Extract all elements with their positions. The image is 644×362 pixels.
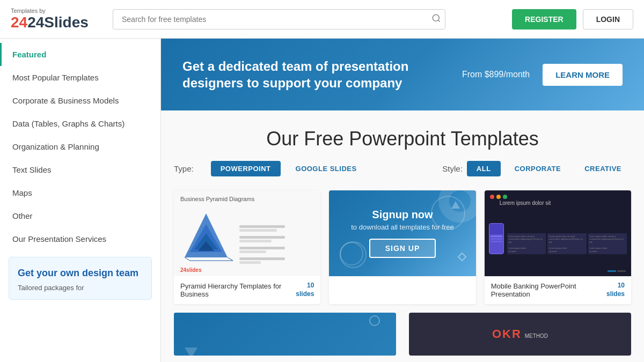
filters-bar: Type: POWERPOINT GOOGLE SLIDES Style: AL…	[161, 161, 644, 186]
sidebar-item-maps[interactable]: Maps	[0, 181, 160, 204]
deco-diamond	[457, 253, 466, 262]
card-title-mobile: Mobile Banking PowerPoint Presentation	[491, 282, 606, 298]
card-title-pyramid: Pyramid Hierarchy Templates for Business	[180, 282, 296, 298]
filter-corporate[interactable]: CORPORATE	[505, 161, 571, 176]
mobile-phones: Lorem ipsum dolor sit amet consectetur a…	[489, 223, 627, 254]
bottom-row: OKR METHOD	[161, 308, 644, 360]
type-filter-group: POWERPOINT GOOGLE SLIDES	[211, 161, 367, 176]
filter-powerpoint[interactable]: POWERPOINT	[211, 161, 281, 176]
sidebar-item-other[interactable]: Other	[0, 204, 160, 227]
search-container	[113, 9, 445, 29]
sidebar-promo: Get your own design team Tailored packag…	[9, 257, 152, 300]
logo-number: 24	[11, 14, 27, 31]
filter-creative[interactable]: CREATIVE	[575, 161, 631, 176]
dot-3	[503, 195, 507, 199]
card-image-pyramid: Business Pyramid Diagrams	[174, 190, 320, 276]
phone-1	[489, 223, 504, 254]
logo-top-text: Templates by	[11, 8, 91, 14]
okr-container: OKR METHOD	[492, 327, 548, 341]
promo-sub: Tailored packages for	[18, 284, 143, 292]
sidebar-link-services[interactable]: Our Presentation Services	[0, 227, 160, 250]
sidebar-item-services[interactable]: Our Presentation Services	[0, 227, 160, 250]
pyramid-card-label: Business Pyramid Diagrams	[180, 196, 254, 202]
window-dots	[490, 195, 507, 199]
type-label: Type:	[174, 164, 194, 173]
card-slides-pyramid: 10 slides	[296, 282, 314, 298]
style-filter-group: Style: ALL CORPORATE CREATIVE	[442, 161, 631, 176]
deco-circle-2	[340, 241, 367, 268]
banner-heading: Get a dedicated team of presentation des…	[182, 58, 440, 91]
search-input[interactable]	[113, 9, 445, 29]
style-label: Style:	[442, 164, 463, 173]
sidebar-link-featured[interactable]: Featured	[0, 43, 160, 66]
sidebar-link-popular[interactable]: Most Popular Templates	[0, 66, 160, 89]
filter-all[interactable]: ALL	[467, 161, 501, 176]
card-signup[interactable]: Signup now to download all templates for…	[329, 190, 475, 304]
sidebar-item-popular[interactable]: Most Popular Templates	[0, 66, 160, 89]
banner-price: From $899/month	[462, 70, 530, 79]
logo-text: 24Slides	[27, 14, 89, 31]
pyramid-visual	[179, 209, 315, 268]
signup-button[interactable]: SIGN UP	[369, 239, 436, 258]
okr-text: OKR	[492, 327, 522, 341]
card-slides-mobile: 10 slides	[606, 282, 625, 298]
card-footer-signup	[329, 276, 475, 287]
search-button[interactable]	[431, 13, 441, 25]
logo: Templates by 24 24Slides	[11, 8, 91, 31]
signup-title: Signup now	[372, 209, 433, 221]
bottom-card-blue	[174, 313, 396, 356]
card-footer-pyramid: Pyramid Hierarchy Templates for Business…	[174, 276, 320, 304]
phone-group-1	[489, 223, 504, 254]
login-button[interactable]: LOGIN	[583, 9, 633, 29]
logo-main: 24 24Slides	[11, 14, 91, 31]
sidebar-nav: Featured Most Popular Templates Corporat…	[0, 43, 160, 250]
cards-grid: Business Pyramid Diagrams	[161, 186, 644, 308]
sidebar-item-corporate[interactable]: Corporate & Business Models	[0, 89, 160, 112]
sidebar-link-data[interactable]: Data (Tables, Graphs & Charts)	[0, 112, 160, 135]
card-image-signup: Signup now to download all templates for…	[329, 190, 475, 276]
slide-indicators	[608, 270, 626, 272]
sidebar-link-corporate[interactable]: Corporate & Business Models	[0, 89, 160, 112]
sidebar-link-maps[interactable]: Maps	[0, 181, 160, 204]
lorem-block-1: Lorem ipsum dolor sit amet consectetur a…	[507, 233, 546, 255]
blue-card-triangle	[185, 348, 197, 356]
svg-line-6	[185, 257, 190, 261]
sidebar-link-org[interactable]: Organization & Planning	[0, 135, 160, 158]
card-pyramid[interactable]: Business Pyramid Diagrams	[174, 190, 320, 304]
sidebar-link-text[interactable]: Text Slides	[0, 158, 160, 181]
search-icon	[431, 13, 441, 23]
register-button[interactable]: REGISTER	[512, 9, 576, 29]
svg-line-1	[438, 20, 440, 21]
card-image-mobile: Lorem ipsum dolor sit	[485, 190, 631, 276]
filter-google-slides[interactable]: GOOGLE SLIDES	[286, 161, 367, 176]
sidebar-link-other[interactable]: Other	[0, 204, 160, 227]
banner-right: From $899/month LEARN MORE	[462, 64, 623, 86]
pyramid-svg	[179, 209, 233, 268]
sidebar-item-data[interactable]: Data (Tables, Graphs & Charts)	[0, 112, 160, 135]
sidebar: Featured Most Popular Templates Corporat…	[0, 39, 161, 362]
svg-point-0	[433, 14, 439, 21]
dot-2	[496, 195, 501, 199]
promo-banner: Get a dedicated team of presentation des…	[161, 39, 644, 110]
card-mobile[interactable]: Lorem ipsum dolor sit	[485, 190, 631, 304]
lorem-block-2: Lorem ipsum dolor sit amet consectetur a…	[547, 233, 586, 255]
blue-card-circle	[369, 315, 380, 326]
learn-more-button[interactable]: LEARN MORE	[543, 64, 623, 86]
bottom-card-dark[interactable]: OKR METHOD	[409, 313, 631, 356]
lorem-block-3: Lorem ipsum dolor sit amet consectetur a…	[588, 233, 627, 255]
sidebar-item-featured[interactable]: Featured	[0, 43, 160, 66]
spacer	[400, 313, 405, 356]
promo-heading: Get your own design team	[18, 267, 143, 279]
deco-triangle	[451, 201, 460, 209]
banner-text: Get a dedicated team of presentation des…	[182, 58, 440, 91]
card-footer-mobile: Mobile Banking PowerPoint Presentation 1…	[485, 276, 631, 304]
okr-sub: METHOD	[525, 333, 548, 339]
phone-grid: Lorem ipsum dolor sit amet consectetur a…	[507, 233, 627, 255]
sidebar-item-text[interactable]: Text Slides	[0, 158, 160, 181]
blue-card-inner	[174, 313, 396, 356]
svg-line-7	[228, 257, 233, 261]
sidebar-item-org[interactable]: Organization & Planning	[0, 135, 160, 158]
brand-tag: 24slides	[180, 267, 201, 273]
signup-sub: to download all templates for free	[351, 223, 454, 231]
header-actions: REGISTER LOGIN	[512, 9, 633, 29]
